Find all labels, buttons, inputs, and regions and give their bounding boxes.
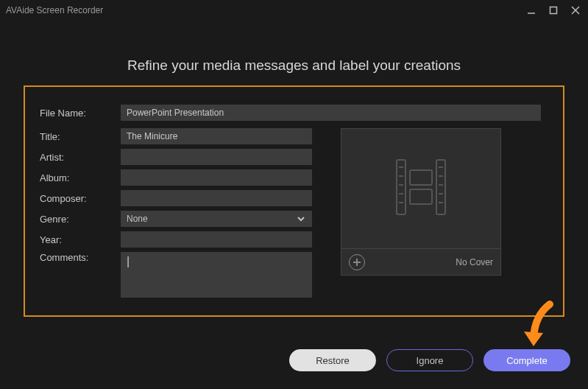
minimize-button[interactable] (525, 4, 538, 17)
genre-label: Genre: (40, 214, 121, 225)
title-input[interactable]: The Minicure (121, 128, 312, 144)
title-label: Title: (40, 131, 121, 142)
album-label: Album: (40, 172, 121, 183)
maximize-button[interactable] (547, 4, 560, 17)
chevron-down-icon (296, 214, 306, 224)
ignore-button[interactable]: Ignore (386, 349, 473, 371)
genre-value: None (127, 214, 148, 224)
svg-marker-20 (524, 332, 543, 346)
no-cover-label: No Cover (456, 257, 493, 267)
metadata-panel: File Name: PowerPoint Presentation Title… (24, 85, 564, 317)
album-input[interactable] (121, 169, 312, 186)
artist-label: Artist: (40, 152, 121, 163)
svg-rect-16 (410, 170, 432, 185)
svg-rect-17 (410, 189, 432, 204)
artist-input[interactable] (121, 149, 312, 165)
film-icon (388, 154, 454, 223)
plus-icon (353, 258, 361, 267)
comments-label: Comments: (40, 252, 121, 263)
file-name-label: File Name: (40, 108, 121, 119)
svg-rect-4 (397, 160, 405, 214)
cover-preview (341, 129, 500, 248)
composer-input[interactable] (121, 190, 312, 206)
year-input[interactable] (121, 231, 312, 248)
file-name-input[interactable]: PowerPoint Presentation (121, 105, 541, 121)
app-title: AVAide Screen Recorder (6, 5, 525, 15)
svg-rect-5 (436, 160, 445, 214)
complete-button[interactable]: Complete (483, 349, 570, 371)
composer-label: Composer: (40, 193, 121, 204)
close-button[interactable] (569, 4, 582, 17)
year-label: Year: (40, 234, 121, 245)
comments-textarea[interactable]: | (121, 252, 312, 298)
restore-button[interactable]: Restore (289, 349, 376, 371)
svg-rect-1 (550, 7, 557, 14)
add-cover-button[interactable] (349, 254, 365, 270)
page-heading: Refine your media messages and label you… (0, 57, 588, 74)
cover-panel: No Cover (341, 128, 501, 276)
genre-select[interactable]: None (121, 211, 312, 227)
